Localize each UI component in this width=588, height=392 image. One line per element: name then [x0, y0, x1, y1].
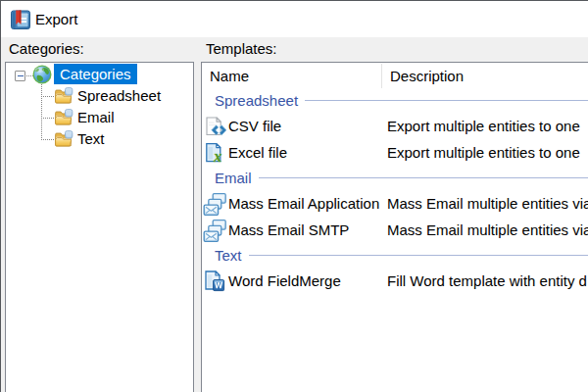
tree-item-text[interactable]: Text — [77, 128, 105, 150]
group-label: Email — [215, 171, 252, 186]
mass-email-icon — [203, 192, 226, 216]
tree-expander-collapse[interactable] — [15, 71, 25, 81]
excel-file-icon — [203, 141, 226, 165]
category-folder-icon — [54, 109, 74, 127]
list-group-header-spreadsheet: Spreadsheet — [202, 88, 588, 113]
word-fieldmerge-icon — [203, 270, 226, 293]
list-group-header-text: Text — [202, 243, 588, 268]
group-label: Spreadsheet — [215, 93, 298, 109]
template-description: Fill Word template with entity d — [387, 272, 587, 290]
csv-file-icon — [203, 115, 226, 138]
app-icon — [11, 10, 30, 29]
group-label: Text — [215, 248, 242, 264]
template-description: Export multiple entities to one — [387, 118, 580, 135]
globe-icon — [32, 65, 52, 84]
window-border-top — [0, 0, 588, 1]
template-description: Mass Email multiple entities via — [387, 221, 588, 239]
template-description: Mass Email multiple entities via — [387, 195, 588, 213]
categories-tree-panel: CategoriesSpreadsheetEmailText — [5, 62, 194, 392]
group-header-line — [259, 177, 588, 178]
minus-glyph — [18, 75, 24, 77]
templates-label: Templates: — [206, 41, 277, 57]
group-header-line — [249, 255, 588, 256]
template-row-word-fieldmerge[interactable]: Word FieldMergeFill Word template with e… — [202, 268, 588, 294]
list-group-header-email: Email — [202, 166, 588, 190]
column-separator[interactable] — [381, 64, 382, 88]
titlebar: Export — [1, 1, 588, 37]
tree-connector — [41, 118, 54, 119]
list-header: Name Description — [202, 63, 588, 88]
templates-list: Name Description SpreadsheetCSV fileExpo… — [202, 63, 588, 392]
window-title: Export — [35, 11, 77, 27]
template-row-csv-file[interactable]: CSV fileExport multiple entities to one — [202, 113, 588, 139]
template-row-mass-email-application[interactable]: Mass Email ApplicationMass Email multipl… — [202, 190, 588, 217]
window-border-left — [0, 0, 1, 392]
tree-connector — [41, 139, 54, 140]
mass-email-icon — [203, 219, 226, 242]
category-folder-icon — [54, 130, 74, 149]
column-header-description[interactable]: Description — [390, 69, 464, 84]
template-name: Excel file — [228, 144, 287, 162]
template-description: Export multiple entities to one — [387, 144, 580, 162]
template-name: Mass Email Application — [228, 195, 379, 213]
tree-item-categories[interactable]: Categories — [54, 64, 137, 84]
tree-item-spreadsheet[interactable]: Spreadsheet — [77, 85, 161, 107]
template-name: CSV file — [228, 118, 281, 135]
categories-tree: CategoriesSpreadsheetEmailText — [6, 63, 193, 392]
template-name: Word FieldMerge — [228, 272, 341, 290]
tree-connector — [41, 96, 54, 97]
template-row-mass-email-smtp[interactable]: Mass Email SMTPMass Email multiple entit… — [202, 217, 588, 243]
tree-item-email[interactable]: Email — [77, 107, 115, 128]
template-name: Mass Email SMTP — [228, 221, 349, 239]
category-folder-icon — [54, 87, 74, 106]
categories-label: Categories: — [9, 41, 84, 57]
template-row-excel-file[interactable]: Excel fileExport multiple entities to on… — [202, 139, 588, 166]
tree-connector-vertical — [41, 84, 42, 140]
templates-list-panel: Name Description SpreadsheetCSV fileExpo… — [201, 62, 588, 392]
column-header-name[interactable]: Name — [210, 69, 249, 84]
group-header-line — [305, 100, 588, 101]
